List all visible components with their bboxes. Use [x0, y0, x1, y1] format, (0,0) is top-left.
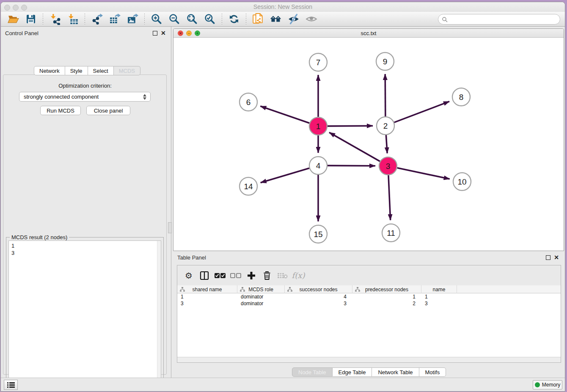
edge-3-11[interactable] [388, 175, 391, 220]
import-table-icon[interactable] [66, 13, 79, 25]
edge-2-3[interactable] [386, 135, 387, 153]
zoom-in-icon[interactable] [150, 13, 163, 25]
edge-1-2[interactable] [328, 126, 373, 126]
run-mcds-button[interactable]: Run MCDS [40, 106, 81, 115]
panel-divider [171, 27, 171, 378]
search-field[interactable] [438, 14, 560, 25]
refresh-layout-icon[interactable] [228, 13, 240, 25]
zoom-out-icon[interactable] [168, 13, 181, 25]
edge-2-9[interactable] [385, 74, 385, 116]
hide-selected-eye-slash-icon[interactable] [287, 13, 300, 25]
table-cell[interactable]: 3 [285, 301, 347, 306]
tab-motifs[interactable]: Motifs [419, 367, 446, 377]
table-cell[interactable]: 2 [352, 301, 416, 306]
column-header-successor-nodes[interactable]: successor nodes [285, 285, 352, 293]
table-cell[interactable]: 1 [425, 294, 457, 300]
deselect-all-icon[interactable] [228, 269, 243, 282]
edge-2-8[interactable] [394, 102, 449, 123]
mcds-result-textarea[interactable]: 1 3 [8, 240, 161, 392]
table-cell[interactable]: dominator [241, 294, 285, 300]
export-table-icon[interactable] [108, 13, 121, 25]
new-network-from-selection-icon[interactable] [252, 13, 264, 25]
toolbar-separator [246, 14, 246, 25]
table-cell[interactable]: 3 [425, 301, 457, 306]
table-row[interactable]: 3dominator323 [177, 300, 561, 307]
table-cell[interactable]: 4 [285, 294, 347, 300]
table-cell[interactable]: 3 [181, 301, 237, 306]
mcds-result-group: MCDS result (2 nodes) 1 3 [6, 237, 164, 392]
memory-label: Memory [542, 382, 560, 388]
table-panel: Table Panel ✕ ⚙ [173, 253, 563, 378]
graph-node-label-10: 10 [457, 177, 466, 186]
add-column-icon[interactable] [244, 269, 259, 282]
table-rows[interactable]: 1dominator4113dominator323 [177, 293, 561, 357]
network-graph[interactable]: 7968124314101511 [173, 38, 564, 251]
table-header-row: shared nameMCDS rolesuccessor nodesprede… [177, 285, 561, 293]
edge-3-10[interactable] [397, 168, 450, 179]
split-panel-icon[interactable] [197, 269, 212, 282]
memory-status-icon [535, 382, 540, 387]
table-panel-float-icon[interactable] [546, 255, 550, 260]
mcds-result-scrollbar[interactable] [157, 241, 161, 392]
search-input[interactable] [448, 16, 549, 22]
graph-node-label-9: 9 [383, 57, 388, 66]
tab-style[interactable]: Style [65, 66, 88, 75]
network-view-window: ✕ − + scc.txt 7968124314101511 [173, 28, 564, 251]
vertical-splitter-handle[interactable] [168, 222, 172, 233]
edge-3-1[interactable] [329, 133, 380, 161]
column-header-shared-name[interactable]: shared name [177, 285, 237, 293]
control-panel-tabs: Network Style Select MCDS [34, 66, 140, 75]
column-header-MCDS-role[interactable]: MCDS role [237, 285, 285, 293]
control-panel-float-icon[interactable] [153, 31, 157, 36]
tab-network[interactable]: Network [34, 66, 65, 75]
graph-node-label-11: 11 [387, 229, 395, 237]
table-cell[interactable]: 1 [352, 294, 416, 300]
export-network-icon[interactable] [91, 13, 103, 25]
open-session-icon[interactable] [7, 13, 19, 25]
column-header-predecessor-nodes[interactable]: predecessor nodes [352, 285, 421, 293]
save-session-icon[interactable] [25, 13, 37, 25]
table-row[interactable]: 1dominator411 [177, 293, 561, 300]
edge-1-6[interactable] [260, 106, 309, 123]
graph-node-label-3: 3 [386, 162, 391, 171]
close-panel-button[interactable]: Close panel [86, 106, 130, 115]
optimization-criterion-label: Optimization criterion: [1, 83, 169, 89]
zoom-fit-icon[interactable] [186, 13, 198, 25]
control-panel-close-icon[interactable]: ✕ [161, 31, 166, 36]
main-toolbar [1, 12, 565, 27]
column-header-name[interactable]: name [421, 285, 457, 293]
toolbar-separator [85, 14, 85, 25]
network-window-titlebar[interactable]: ✕ − + scc.txt [173, 29, 564, 38]
content-area: Control Panel ✕ Network Style Select MCD… [1, 27, 565, 378]
reset-view-home-icon[interactable] [270, 13, 282, 25]
delete-column-trash-icon[interactable] [260, 269, 274, 282]
criterion-dropdown[interactable]: strongly connected component [19, 92, 151, 102]
title-bar: Session: New Session [1, 2, 565, 12]
search-icon [442, 17, 448, 22]
zoom-selected-icon[interactable] [204, 13, 216, 25]
tab-mcds[interactable]: MCDS [114, 66, 140, 75]
show-all-eye-icon[interactable] [305, 13, 318, 25]
mcds-result-title: MCDS result (2 nodes) [10, 234, 69, 240]
edge-4-14[interactable] [261, 168, 309, 182]
table-tabs: Node Table Edge Table Network Table Moti… [292, 367, 446, 377]
table-panel-close-icon[interactable]: ✕ [554, 255, 559, 260]
import-network-icon[interactable] [49, 13, 61, 25]
table-settings-gear-icon[interactable]: ⚙ [182, 269, 196, 282]
task-history-button[interactable] [4, 380, 18, 390]
tab-network-table[interactable]: Network Table [372, 367, 419, 377]
export-image-icon[interactable] [126, 13, 139, 25]
edge-4-3[interactable] [328, 166, 375, 166]
status-bar: Memory [1, 378, 565, 391]
tab-node-table[interactable]: Node Table [292, 367, 333, 377]
tab-edge-table[interactable]: Edge Table [333, 367, 372, 377]
table-cell[interactable]: 1 [181, 294, 237, 300]
memory-button[interactable]: Memory [533, 380, 562, 389]
graph-node-label-1: 1 [316, 122, 321, 131]
table-hscrollbar[interactable] [177, 357, 561, 362]
toolbar-separator [144, 14, 145, 25]
tab-select[interactable]: Select [88, 66, 114, 75]
select-all-icon[interactable] [213, 269, 227, 282]
table-cell[interactable]: dominator [241, 301, 285, 306]
network-canvas[interactable]: 7968124314101511 [173, 38, 564, 251]
